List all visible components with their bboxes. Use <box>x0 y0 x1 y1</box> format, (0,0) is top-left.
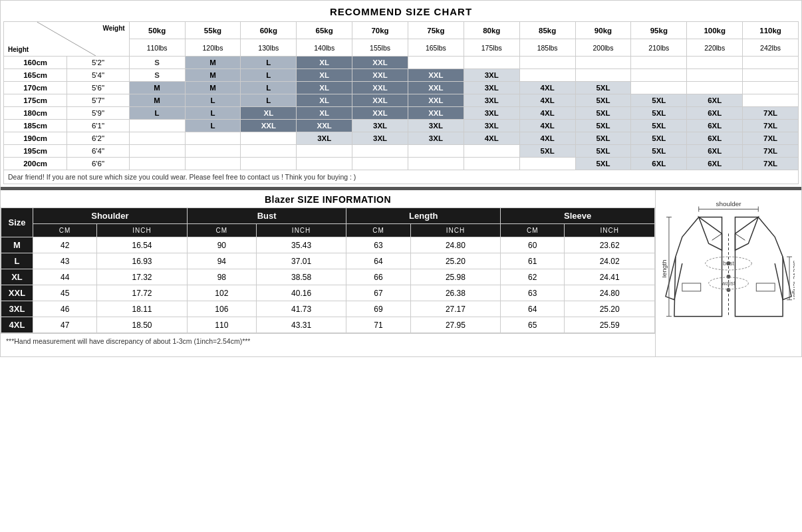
blazer-data-cell: 66 <box>346 269 410 285</box>
height-cm: 175cm <box>4 94 67 107</box>
blazer-data-cell: 18.11 <box>97 301 188 317</box>
blazer-data-cell: 67 <box>346 285 410 301</box>
size-cell: L <box>185 94 241 107</box>
size-cell: 6XL <box>687 120 743 132</box>
blazer-table-wrapper: Blazer SIZE INFORMATION SizeShoulderBust… <box>1 190 655 356</box>
table-row: 170cm5'6"MMLXLXXLXXL3XL4XL5XL <box>4 82 799 94</box>
blazer-data-cell: 40.16 <box>256 285 346 301</box>
blazer-size-cell: XL <box>1 269 33 285</box>
size-cell: L <box>185 120 241 132</box>
height-ft: 5'4" <box>67 69 129 82</box>
svg-text:length: length <box>662 259 668 277</box>
blazer-data-cell: 27.17 <box>410 301 501 317</box>
blazer-data-cell: 64 <box>346 253 410 269</box>
blazer-data-cell: 24.80 <box>565 285 655 301</box>
size-cell <box>241 158 297 170</box>
size-cell: M <box>129 94 185 107</box>
size-cell: XL <box>241 107 297 120</box>
blazer-data-cell: 43 <box>33 253 97 269</box>
weight-header-kg: 110kg <box>743 22 799 39</box>
size-cell: 5XL <box>631 107 687 120</box>
blazer-data-cell: 25.98 <box>410 269 501 285</box>
size-cell <box>687 69 743 82</box>
blazer-title: Blazer SIZE INFORMATION <box>1 190 655 207</box>
footnote: ***Hand measurement will have discrepanc… <box>1 333 655 348</box>
weight-header-kg: 50kg <box>129 22 185 39</box>
size-cell <box>408 145 464 158</box>
height-ft: 5'6" <box>67 82 129 94</box>
blazer-data-cell: 25.59 <box>565 317 655 333</box>
recommend-table: Height Weight 50kg55kg60kg65kg70kg75kg80… <box>3 21 799 184</box>
blazer-data-cell: 25.20 <box>565 301 655 317</box>
height-cm: 170cm <box>4 82 67 94</box>
height-cm: 190cm <box>4 132 67 145</box>
svg-point-5 <box>727 275 731 279</box>
size-cell: 5XL <box>631 145 687 158</box>
size-cell: XL <box>297 57 352 69</box>
blazer-data-cell: 60 <box>501 237 565 253</box>
weight-header-kg: 95kg <box>631 22 687 39</box>
height-cm: 195cm <box>4 145 67 158</box>
height-ft: 5'7" <box>67 94 129 107</box>
size-cell <box>631 69 687 82</box>
size-cell: XXL <box>297 120 352 132</box>
size-cell: 7XL <box>743 132 799 145</box>
size-cell: 3XL <box>352 132 408 145</box>
blazer-size-header: Size <box>1 208 33 237</box>
blazer-col-cm: CM <box>346 224 410 237</box>
size-cell: M <box>185 57 241 69</box>
size-cell: 4XL <box>519 94 575 107</box>
size-cell: 5XL <box>575 120 631 132</box>
svg-text:bust: bust <box>723 260 734 267</box>
blazer-data-cell: 24.41 <box>565 269 655 285</box>
blazer-col-header: Shoulder <box>33 208 188 224</box>
size-cell: L <box>241 57 297 69</box>
blazer-data-cell: 26.38 <box>410 285 501 301</box>
size-cell: L <box>129 107 185 120</box>
height-cm: 160cm <box>4 57 67 69</box>
blazer-data-cell: 16.54 <box>97 237 188 253</box>
blazer-data-cell: 71 <box>346 317 410 333</box>
weight-header-lbs: 185lbs <box>519 39 575 57</box>
blazer-data-cell: 16.93 <box>97 253 188 269</box>
size-cell: 4XL <box>519 107 575 120</box>
weight-header-lbs: 130lbs <box>241 39 297 57</box>
size-cell: 3XL <box>464 82 519 94</box>
size-cell: L <box>241 69 297 82</box>
blazer-data-cell: 98 <box>187 269 256 285</box>
blazer-svg: shoulder length sleeve length bust waist <box>662 197 795 350</box>
height-cm: 180cm <box>4 107 67 120</box>
blazer-row: XL4417.329838.586625.986224.41 <box>1 269 655 285</box>
size-cell: 3XL <box>352 120 408 132</box>
size-cell <box>297 158 352 170</box>
size-cell: XL <box>297 94 352 107</box>
blazer-data-cell: 63 <box>501 285 565 301</box>
size-cell: XXL <box>408 94 464 107</box>
size-cell: 5XL <box>575 107 631 120</box>
blazer-data-cell: 61 <box>501 253 565 269</box>
size-cell <box>129 145 185 158</box>
blazer-data-cell: 90 <box>187 237 256 253</box>
main-wrapper: RECOMMEND SIZE CHART Height Weight 50kg5… <box>0 0 802 357</box>
blazer-data-cell: 47 <box>33 317 97 333</box>
size-cell: L <box>241 94 297 107</box>
size-cell: XL <box>297 82 352 94</box>
size-cell: XXL <box>408 69 464 82</box>
blazer-col-header: Length <box>346 208 501 224</box>
blazer-data-cell: 63 <box>346 237 410 253</box>
size-cell <box>519 69 575 82</box>
blazer-table: SizeShoulderBustLengthSleeveCMINCHCMINCH… <box>1 207 655 333</box>
size-cell <box>129 120 185 132</box>
size-cell <box>631 82 687 94</box>
height-ft: 5'9" <box>67 107 129 120</box>
size-cell: XXL <box>408 82 464 94</box>
size-cell: M <box>185 82 241 94</box>
height-ft: 6'6" <box>67 158 129 170</box>
weight-header-lbs: 210lbs <box>631 39 687 57</box>
size-cell: 3XL <box>464 94 519 107</box>
table-row: 180cm5'9"LLXLXLXXLXXL3XL4XL5XL5XL6XL7XL <box>4 107 799 120</box>
size-cell <box>464 145 519 158</box>
size-cell: XL <box>297 107 352 120</box>
size-cell: XXL <box>352 94 408 107</box>
svg-line-0 <box>37 22 96 56</box>
